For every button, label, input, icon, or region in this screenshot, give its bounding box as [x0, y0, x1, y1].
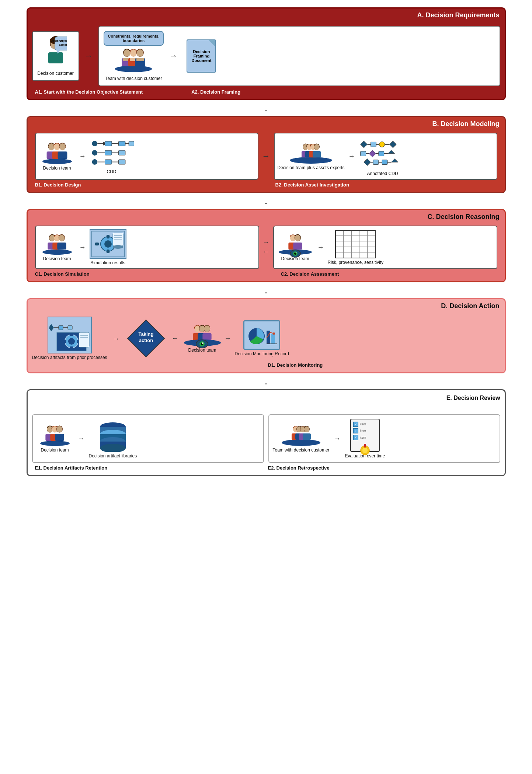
- svg-rect-32: [105, 141, 111, 146]
- arrow-d1: →: [113, 334, 120, 343]
- b-assets-label: Decision team plus assets experts: [278, 165, 345, 170]
- sim-results-box: Simulation results: [90, 229, 126, 265]
- sim-icon-svg: [91, 231, 125, 257]
- annotated-cdd-label: Annotated CDD: [367, 171, 398, 176]
- svg-rect-147: [267, 344, 277, 344]
- svg-rect-116: [68, 325, 72, 330]
- b-person-3: [56, 142, 69, 161]
- svg-point-175: [304, 426, 309, 432]
- svg-point-61: [379, 142, 385, 147]
- e1-libraries-box: Decision artifact libraries: [89, 419, 137, 459]
- svg-text:Taking: Taking: [138, 331, 153, 337]
- decision-customer-icon: Decision Objective Statement: [45, 36, 67, 69]
- svg-rect-114: [59, 325, 63, 330]
- section-c-title: C. Decision Reasoning: [427, 213, 499, 221]
- monitor-svg: [246, 323, 278, 347]
- label-b2: B2. Decision Asset Investigation: [275, 182, 497, 188]
- section-e2-box: Team with decision customer → ✓ item ✓: [268, 414, 500, 463]
- svg-point-57: [314, 144, 319, 150]
- b-decision-team-box: Decision team: [39, 142, 76, 171]
- b2-p4: [311, 142, 322, 160]
- e1-team-box: Decision team: [36, 425, 73, 453]
- medal-container: [353, 443, 377, 455]
- c2-p2: [292, 233, 304, 252]
- label-b1: B1. Decision Design: [35, 182, 257, 188]
- arrow-b2: →: [348, 153, 355, 160]
- c-bidirectional-arrows: → ←: [263, 226, 270, 269]
- svg-rect-58: [312, 151, 320, 157]
- svg-point-37: [92, 150, 97, 156]
- svg-rect-68: [378, 151, 384, 156]
- medal-icon: [359, 443, 371, 455]
- d-arrows: ←: [172, 335, 178, 342]
- e2-eval-icon: ✓ item ✓ item ✓ item: [350, 419, 380, 452]
- svg-rect-121: [70, 346, 73, 349]
- svg-rect-36: [129, 141, 134, 146]
- arrow-c-d: ↓: [27, 285, 506, 296]
- label-e2: E2. Decision Retrospective: [268, 465, 497, 471]
- svg-point-105: [295, 235, 300, 241]
- arrow-b-c: ↓: [27, 195, 506, 207]
- svg-rect-75: [382, 160, 387, 165]
- e1-team-label: Decision team: [41, 447, 69, 453]
- d-monitor-label: Decision Monitoring Record: [235, 351, 289, 356]
- check2: ✓: [353, 428, 358, 433]
- b-assets-team-box: Decision team plus assets experts: [278, 142, 345, 170]
- svg-rect-176: [302, 433, 310, 440]
- section-d-title: D. Decision Action: [441, 302, 499, 310]
- section-c1-box: Decision team →: [35, 226, 259, 269]
- arrow-a-b: ↓: [27, 102, 506, 114]
- svg-point-137: [204, 325, 210, 332]
- arrow-b1-b2: →: [262, 151, 270, 161]
- cdd-label: CDD: [107, 169, 117, 174]
- svg-point-18: [137, 49, 143, 57]
- section-a2-box: Constraints, requirements, boundaries: [98, 26, 500, 86]
- label-c1: C1. Decision Simulation: [35, 271, 251, 277]
- svg-point-91: [104, 240, 112, 248]
- svg-text:Objective: Objective: [59, 39, 66, 42]
- d-monitor-box: Decision Monitoring Record: [235, 320, 289, 356]
- sim-results-icon: [90, 229, 126, 259]
- e1-p3: [53, 425, 66, 443]
- cdd-diagram-icon: [90, 138, 134, 168]
- svg-point-87: [59, 235, 65, 241]
- d1-inner: Decision team →: [184, 320, 500, 356]
- svg-rect-94: [95, 243, 99, 245]
- check3: ✓: [353, 435, 358, 440]
- svg-point-119: [68, 338, 75, 345]
- taking-action-icon: Taking action: [126, 318, 166, 359]
- b-team-label: Decision team: [43, 165, 71, 171]
- section-c: C. Decision Reasoning: [27, 209, 506, 282]
- framing-doc-icon: Decision Framing Document: [187, 39, 216, 73]
- svg-rect-146: [271, 334, 275, 344]
- arrow-e1: →: [78, 435, 84, 443]
- svg-point-110: [295, 252, 296, 254]
- arrow-a1-a2: →: [85, 51, 93, 61]
- svg-rect-88: [57, 243, 66, 250]
- c1-team-box: Decision team: [39, 233, 76, 261]
- svg-point-156: [57, 426, 63, 432]
- section-e1-box: Decision team →: [32, 414, 264, 463]
- arrow-a2-doc: →: [169, 51, 177, 61]
- label-d1: D1. Decision Monitoring: [268, 362, 497, 368]
- svg-rect-120: [70, 333, 73, 336]
- svg-marker-62: [389, 141, 396, 148]
- svg-point-30: [92, 141, 97, 146]
- arrow-e2: →: [334, 435, 341, 443]
- svg-rect-60: [371, 142, 376, 147]
- section-c2-box: Decision team → Risk, provenance, sensit…: [273, 226, 497, 269]
- label-a2: A2. Decision Framing: [191, 89, 497, 95]
- d-eye-icon: [196, 339, 209, 349]
- checklist: ✓ item ✓ item ✓ item: [350, 419, 380, 452]
- e1-libraries-label: Decision artifact libraries: [89, 453, 137, 459]
- label-a1: A1. Start with the Decision Objective St…: [35, 89, 188, 95]
- risk-label: Risk, provenance, sensitivity: [328, 260, 383, 265]
- section-d: D. Decision Action: [27, 298, 506, 373]
- decision-customer-label: Decision customer: [37, 71, 74, 76]
- db-svg: [96, 419, 129, 452]
- c1-p3: [56, 233, 68, 252]
- arrow-c1: →: [79, 244, 86, 251]
- svg-rect-92: [107, 235, 109, 238]
- svg-rect-66: [360, 151, 366, 156]
- section-e: E. Decision Review: [27, 389, 506, 476]
